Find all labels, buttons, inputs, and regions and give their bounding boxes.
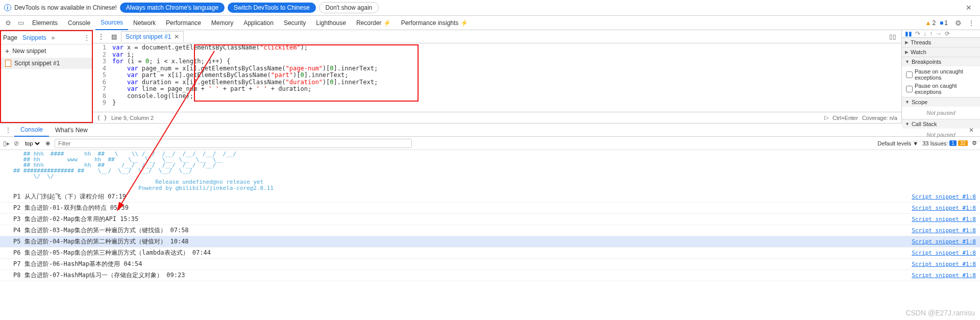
console-settings-icon[interactable]: ⚙ — [972, 140, 977, 146]
brackets-icon[interactable]: { } — [97, 114, 107, 121]
log-source-link[interactable]: Script snippet #1:8 — [912, 227, 976, 234]
new-snippet-label: New snippet — [12, 47, 46, 55]
close-drawer-icon[interactable]: ✕ — [965, 127, 978, 134]
console-output: ## hhh #### hh ## \ \\ /__/ /__/ /__/ /_… — [0, 150, 980, 281]
ascii-art: ## hhh #### hh ## \ \\ /__/ /__/ /__/ /_… — [0, 150, 980, 179]
tab-performance[interactable]: Performance — [161, 16, 206, 30]
log-source-link[interactable]: Script snippet #1:8 — [912, 205, 976, 211]
coverage-label[interactable]: Coverage: n/a — [862, 115, 897, 121]
new-snippet-button[interactable]: + New snippet — [1, 44, 92, 58]
log-message: P8 集合进阶-07-HashMap练习一（存储自定义对象） 09:23 — [13, 271, 912, 280]
live-expression-icon[interactable]: ◉ — [45, 140, 51, 146]
snippet-item[interactable]: Script snippet #1 — [1, 58, 92, 69]
console-tab[interactable]: Console — [14, 124, 49, 137]
threads-section[interactable]: ▶Threads — [902, 38, 980, 47]
threads-label: Threads — [911, 39, 931, 45]
toggle-navigator-icon[interactable]: ▯▯ — [887, 32, 898, 41]
tab-recorder-[interactable]: Recorder ⚡ — [351, 16, 396, 30]
navigator-tabs: Page Snippets » ⋮ — [1, 31, 92, 44]
scope-section[interactable]: ▼Scope — [902, 97, 980, 107]
code-editor[interactable]: 123456789 var x = document.getElementsBy… — [93, 43, 901, 112]
info-text: DevTools is now available in Chinese! — [14, 4, 117, 11]
filter-input[interactable] — [55, 139, 412, 148]
plus-icon: + — [5, 47, 9, 55]
watch-label: Watch — [911, 49, 926, 55]
pause-caught-checkbox[interactable]: Pause on caught exceptions — [906, 82, 976, 96]
log-levels-dropdown[interactable]: Default levels ▼ — [877, 140, 918, 146]
file-icon: ▤ — [109, 33, 119, 40]
info-icon: i — [4, 4, 11, 11]
file-tab-label: Script snippet #1 — [126, 33, 171, 40]
close-tab-icon[interactable]: ✕ — [174, 33, 179, 40]
scope-label: Scope — [912, 99, 927, 105]
warning-icon[interactable]: ▲ — [925, 19, 931, 27]
step-into-icon[interactable]: ↓ — [923, 30, 926, 37]
log-source-link[interactable]: Script snippet #1:8 — [912, 216, 976, 223]
snippets-tab[interactable]: Snippets — [22, 34, 46, 41]
more-tabs-icon[interactable]: ⋮ — [84, 34, 90, 41]
pause-uncaught-checkbox[interactable]: Pause on uncaught exceptions — [906, 67, 976, 82]
issue-badge-error: 1 — [949, 140, 957, 146]
tab-performance-insights-[interactable]: Performance insights ⚡ — [396, 16, 473, 30]
page-tab[interactable]: Page — [3, 34, 17, 41]
step-icon[interactable]: → — [936, 30, 942, 37]
pause-icon[interactable]: ▮▮ — [905, 30, 912, 37]
tab-application[interactable]: Application — [238, 16, 279, 30]
issues-icon[interactable]: ■ — [940, 19, 943, 27]
language-infobar: i DevTools is now available in Chinese! … — [0, 0, 980, 16]
tab-elements[interactable]: Elements — [27, 16, 63, 30]
log-source-link[interactable]: Script snippet #1:8 — [912, 261, 976, 267]
dont-show-button[interactable]: Don't show again — [319, 2, 379, 13]
watch-section[interactable]: ▶Watch — [902, 47, 980, 57]
console-toolbar: ▯▸ ⊘ top ◉ Default levels ▼ 33 Issues: 1… — [0, 137, 980, 150]
log-message: P4 集合进阶-03-Map集合的第一种遍历方式（键找值） 07:58 — [13, 226, 912, 235]
breakpoints-section[interactable]: ▼Breakpoints — [902, 57, 980, 66]
tab-memory[interactable]: Memory — [206, 16, 238, 30]
switch-chinese-button[interactable]: Switch DevTools to Chinese — [228, 3, 316, 13]
watermark: CSDN @E27J.ramisu — [905, 309, 975, 317]
tab-lighthouse[interactable]: Lighthouse — [311, 16, 351, 30]
log-message: P2 集合进阶-01-双列集合的特点 05:39 — [13, 204, 912, 212]
log-source-link[interactable]: Script snippet #1:8 — [912, 238, 976, 245]
tab-network[interactable]: Network — [128, 16, 161, 30]
more-icon[interactable]: ⋮ — [965, 19, 978, 27]
console-row: P8 集合进阶-07-HashMap练习一（存储自定义对象） 09:23Scri… — [0, 270, 980, 281]
warning-count: 2 — [932, 19, 936, 27]
clear-console-icon[interactable]: ⊘ — [14, 140, 19, 147]
sources-panel: Page Snippets » ⋮ + New snippet Script s… — [0, 30, 980, 124]
step-over-icon[interactable]: ↷ — [915, 30, 920, 37]
inspect-icon[interactable]: ⯐ — [2, 17, 15, 29]
editor-tabs: ⋮ ▤ Script snippet #1 ✕ ▯▯ — [93, 30, 901, 43]
scope-not-paused: Not paused — [906, 108, 976, 118]
tab-security[interactable]: Security — [279, 16, 311, 30]
editor-pane: ⋮ ▤ Script snippet #1 ✕ ▯▯ 123456789 var… — [93, 30, 901, 123]
issues-count: 1 — [944, 19, 948, 27]
log-message: P7 集合进阶-06-HashMap基本的使用 04:54 — [13, 260, 912, 268]
log-message: P5 集合进阶-04-Map集合的第二种遍历方式（键值对） 10:48 — [13, 237, 912, 246]
main-tabbar: ⯐ ▭ ElementsConsoleSourcesNetworkPerform… — [0, 16, 980, 30]
log-source-link[interactable]: Script snippet #1:8 — [912, 250, 976, 256]
tab-console[interactable]: Console — [63, 16, 95, 30]
whatsnew-tab[interactable]: What's New — [49, 124, 94, 137]
device-icon[interactable]: ▭ — [15, 17, 27, 29]
callstack-label: Call Stack — [912, 121, 937, 127]
log-source-link[interactable]: Script snippet #1:8 — [912, 272, 976, 279]
log-message: P3 集合进阶-02-Map集合常用的API 15:35 — [13, 215, 912, 224]
drawer-more-icon[interactable]: ⋮ — [2, 127, 14, 134]
run-icon[interactable]: ▷ — [824, 114, 828, 121]
log-source-link[interactable]: Script snippet #1:8 — [912, 193, 976, 200]
editor-more-icon[interactable]: ⋮ — [95, 33, 107, 40]
match-language-button[interactable]: Always match Chrome's language — [120, 3, 225, 13]
file-tab[interactable]: Script snippet #1 ✕ — [121, 31, 184, 42]
close-icon[interactable]: ✕ — [962, 4, 976, 12]
snippet-name: Script snippet #1 — [14, 60, 60, 67]
step-out-icon[interactable]: ↑ — [929, 30, 933, 37]
sidebar-toggle-icon[interactable]: ▯▸ — [3, 140, 10, 147]
context-select[interactable]: top — [23, 140, 41, 147]
settings-icon[interactable]: ⚙ — [952, 19, 965, 27]
tab-sources[interactable]: Sources — [95, 16, 128, 30]
chevron-right-icon[interactable]: » — [52, 34, 55, 41]
deactivate-bp-icon[interactable]: ⟳ — [945, 30, 950, 37]
console-row: P1 从入门到起飞（下）课程介绍 07:19Script snippet #1:… — [0, 191, 980, 203]
issues-summary[interactable]: 33 Issues: 1 32 — [922, 140, 968, 146]
